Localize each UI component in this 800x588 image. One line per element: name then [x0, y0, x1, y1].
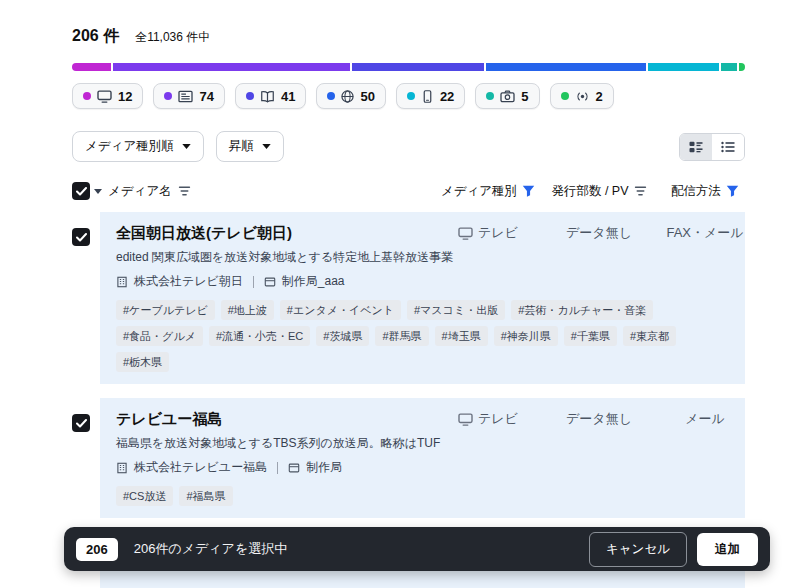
tag-chip: #エンタメ・イベント [280, 300, 401, 320]
media-card[interactable]: テレビユー福島 テレビ データ無し メール 福島県を放送対象地域とするTBS系列… [100, 398, 745, 518]
media-type-cell: テレビ [438, 224, 538, 242]
add-button[interactable]: 追加 [697, 533, 758, 566]
media-type-color-dot [164, 92, 172, 100]
distribution-segment-web [486, 63, 646, 71]
chevron-down-icon [262, 144, 271, 149]
media-type-label: テレビ [478, 410, 518, 428]
tag-chip: #マスコミ・出版 [407, 300, 505, 320]
media-type-count: 50 [360, 89, 374, 104]
media-name-filter-icon[interactable] [178, 186, 191, 196]
tag-chip: #群馬県 [375, 326, 428, 346]
app-icon [421, 90, 434, 103]
media-list-page: 206 件 全11,036 件中 12 74 41 50 22 5 2 [0, 0, 800, 588]
company-name: 株式会社テレビユー福島 [134, 459, 267, 476]
column-header-media-name: メディア名 [108, 183, 172, 200]
select-all-caret[interactable] [94, 189, 102, 194]
card-view-button[interactable] [680, 134, 712, 160]
newspaper-icon [178, 90, 193, 103]
selection-message: 206件のメディアを選択中 [134, 540, 288, 558]
tag-chip: #栃木県 [116, 352, 169, 372]
card-view-icon [689, 141, 703, 153]
column-header-media-type: メディア種別 [438, 183, 538, 200]
delivery-value: FAX・メール [666, 224, 743, 242]
media-type-chip-newspaper[interactable]: 74 [153, 83, 224, 109]
separator [253, 276, 254, 288]
media-type-chip-web[interactable]: 50 [316, 83, 385, 109]
department-icon [264, 276, 276, 288]
radio-icon [575, 90, 590, 103]
view-toggle [679, 133, 745, 161]
agency-icon [500, 90, 515, 103]
circulation-value: データ無し [566, 224, 632, 242]
distribution-segment-agency [721, 63, 737, 71]
delivery-cell: メール [665, 410, 745, 428]
department-name: 制作局 [306, 459, 342, 476]
magazine-icon [260, 90, 275, 103]
tag-chip: #食品・グルメ [116, 326, 203, 346]
list-view-button[interactable] [712, 134, 744, 160]
distribution-segment-app [648, 63, 719, 71]
tag-list: #CS放送#福島県 [116, 486, 745, 506]
building-icon [116, 276, 128, 288]
media-description: edited 関東広域圏を放送対象地域とする特定地上基幹放送事業 [116, 250, 745, 265]
circulation-cell: データ無し [544, 224, 654, 242]
media-type-cell: テレビ [438, 410, 538, 428]
select-all-checkbox[interactable] [72, 182, 90, 200]
tag-chip: #千葉県 [564, 326, 617, 346]
tag-chip: #茨城県 [316, 326, 369, 346]
distribution-segment-newspaper [113, 63, 350, 71]
column-header-delivery: 配信方法 [665, 183, 745, 200]
building-icon [116, 462, 128, 474]
media-type-chip-tv[interactable]: 12 [72, 83, 143, 109]
media-type-chip-app[interactable]: 22 [396, 83, 465, 109]
media-type-chip-magazine[interactable]: 41 [235, 83, 306, 109]
delivery-cell: FAX・メール [665, 224, 745, 242]
media-type-filter-icon[interactable] [522, 185, 535, 197]
sort-order-dropdown[interactable]: 昇順 [216, 131, 284, 162]
column-header-media-type-label: メディア種別 [441, 183, 517, 200]
media-type-color-dot [246, 92, 254, 100]
media-type-count: 12 [118, 89, 132, 104]
media-type-label: テレビ [478, 224, 518, 242]
tv-icon [458, 413, 473, 426]
media-type-chip-radio[interactable]: 2 [550, 83, 614, 109]
media-type-color-dot [407, 92, 415, 100]
department-icon [288, 462, 300, 474]
list-view-icon [721, 141, 735, 153]
tag-chip: #地上波 [221, 300, 274, 320]
delivery-filter-icon[interactable] [726, 185, 739, 197]
tag-chip: #流通・小売・EC [209, 326, 310, 346]
row-checkbox[interactable] [72, 228, 90, 246]
result-summary: 206 件 全11,036 件中 [72, 26, 745, 47]
circulation-filter-icon[interactable] [634, 186, 647, 196]
media-type-count: 74 [199, 89, 213, 104]
circulation-cell: データ無し [544, 410, 654, 428]
circulation-value: データ無し [566, 410, 632, 428]
company-line: 株式会社テレビ朝日 制作局_aaa [116, 273, 745, 290]
media-type-count: 41 [281, 89, 295, 104]
media-type-distribution-bar [72, 63, 745, 71]
sort-field-dropdown[interactable]: メディア種別順 [72, 131, 204, 162]
media-type-chip-agency[interactable]: 5 [475, 83, 539, 109]
tag-chip: #埼玉県 [435, 326, 488, 346]
row-checkbox[interactable] [72, 414, 90, 432]
table-header: メディア名 メディア種別 発行部数 / PV 配信方法 [72, 178, 745, 204]
column-header-circulation-label: 発行部数 / PV [551, 183, 628, 200]
total-count: 全11,036 件中 [135, 29, 210, 46]
media-description: 福島県を放送対象地域とするTBS系列の放送局。略称はTUF [116, 436, 745, 451]
media-description [116, 570, 745, 585]
distribution-segment-radio [739, 63, 745, 71]
media-type-color-dot [327, 92, 335, 100]
list-controls: メディア種別順 昇順 [72, 131, 745, 162]
department-name: 制作局_aaa [282, 273, 345, 290]
separator [277, 462, 278, 474]
cancel-button[interactable]: キャンセル [589, 532, 687, 567]
media-type-count: 5 [521, 89, 528, 104]
company-line: 株式会社テレビユー福島 制作局 [116, 459, 745, 476]
media-title: 全国朝日放送(テレビ朝日) [116, 224, 438, 242]
media-row: 全国朝日放送(テレビ朝日) テレビ データ無し FAX・メール edited 関… [72, 212, 745, 384]
media-type-color-dot [486, 92, 494, 100]
tag-list: #ケーブルテレビ#地上波#エンタメ・イベント#マスコミ・出版#芸術・カルチャー・… [116, 300, 745, 372]
selection-toast: 206 206件のメディアを選択中 キャンセル 追加 [64, 527, 770, 571]
media-card[interactable]: 全国朝日放送(テレビ朝日) テレビ データ無し FAX・メール edited 関… [100, 212, 745, 384]
